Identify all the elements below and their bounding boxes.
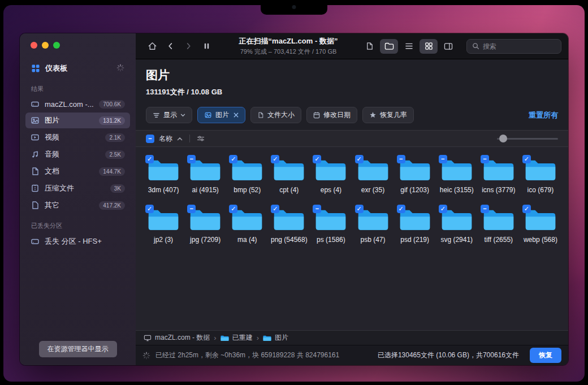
select-all-checkbox[interactable]: − xyxy=(146,135,154,143)
folder-item-png[interactable]: ✓ png (54568) xyxy=(268,207,310,244)
name-column-header[interactable]: 名称 xyxy=(159,134,172,144)
folder-checkbox[interactable]: ✓ xyxy=(271,155,279,163)
show-in-explorer-button[interactable]: 在资源管理器中显示 xyxy=(39,341,117,357)
folder-item-cpt[interactable]: ✓ cpt (4) xyxy=(268,157,310,194)
recovery-chance-filter-chip[interactable]: 恢复几率 xyxy=(362,107,414,123)
forward-button[interactable] xyxy=(181,38,196,54)
breadcrumb-item-pictures[interactable]: 图片 xyxy=(263,333,288,343)
folder-item-ai[interactable]: − ai (4915) xyxy=(184,157,226,194)
list-view-button[interactable] xyxy=(400,39,418,54)
breadcrumb: macZL.com - 数据 › 已重建 › 图片 xyxy=(136,330,568,345)
sidebar-item-archives[interactable]: 压缩文件 3K xyxy=(25,180,130,196)
folder-view-button[interactable] xyxy=(380,39,398,54)
display-notch xyxy=(261,0,327,15)
folder-item-eps[interactable]: ✓ eps (4) xyxy=(310,157,352,194)
sidebar-item-audio[interactable]: 音频 2.5K xyxy=(25,146,130,162)
folder-checkbox[interactable]: ✓ xyxy=(355,155,364,163)
slider-knob[interactable] xyxy=(499,135,507,142)
folder-checkbox[interactable]: − xyxy=(187,205,196,213)
folder-item-ps[interactable]: − ps (1586) xyxy=(310,207,352,244)
column-options-icon[interactable] xyxy=(197,135,205,142)
folder-item-jpg[interactable]: − jpg (7209) xyxy=(184,207,226,244)
folder-checkbox[interactable]: ✓ xyxy=(355,205,364,213)
folder-item-psd[interactable]: ✓ psd (219) xyxy=(394,207,436,244)
file-view-button[interactable] xyxy=(360,39,378,54)
folder-checkbox[interactable]: ✓ xyxy=(229,205,237,213)
type-filter-label: 图片 xyxy=(215,110,229,120)
pause-scan-button[interactable] xyxy=(200,38,214,54)
folder-item-icns[interactable]: − icns (3779) xyxy=(478,157,520,194)
page-header: 图片 131191文件 / 10.08 GB 显示 图片 xyxy=(136,59,568,130)
sidebar-item-other[interactable]: 其它 417.2K xyxy=(25,197,130,213)
folder-checkbox[interactable]: ✓ xyxy=(145,205,154,213)
sidebar-item-documents[interactable]: 文档 144.7K xyxy=(25,163,130,179)
folder-checkbox[interactable]: ✓ xyxy=(522,155,531,163)
folder-item-bmp[interactable]: ✓ bmp (52) xyxy=(226,157,268,194)
folder-checkbox[interactable]: − xyxy=(439,155,447,163)
size-filter-chip[interactable]: 文件大小 xyxy=(250,107,301,123)
column-view-button[interactable] xyxy=(439,39,457,54)
folder-item-gif[interactable]: − gif (1203) xyxy=(394,157,436,194)
reset-all-link[interactable]: 重置所有 xyxy=(529,110,558,120)
sidebar-item-pictures[interactable]: 图片 131.2K xyxy=(25,113,130,128)
folder-checkbox[interactable]: − xyxy=(481,205,489,213)
search-field[interactable] xyxy=(466,39,561,54)
folder-item-tiff[interactable]: − tiff (2655) xyxy=(478,207,520,244)
calendar-icon xyxy=(313,111,320,119)
search-input[interactable] xyxy=(483,42,556,50)
icon-size-slider[interactable] xyxy=(497,138,558,140)
breadcrumb-item-root[interactable]: macZL.com - 数据 xyxy=(144,333,210,343)
folder-checkbox[interactable]: ✓ xyxy=(439,205,447,213)
folder-checkbox[interactable]: − xyxy=(481,155,489,163)
sidebar-item-lost-partition[interactable]: 丢失 分区 - HFS+ xyxy=(25,233,130,249)
folder-checkbox[interactable]: ✓ xyxy=(397,205,405,213)
folder-label: ma (4) xyxy=(237,236,257,244)
folder-item-psb[interactable]: ✓ psb (47) xyxy=(352,207,394,244)
folder-checkbox[interactable]: ✓ xyxy=(522,205,531,213)
folder-checkbox[interactable]: ✓ xyxy=(313,155,321,163)
folder-item-svg[interactable]: ✓ svg (2941) xyxy=(436,207,478,244)
minimize-window-button[interactable] xyxy=(42,42,49,49)
zoom-window-button[interactable] xyxy=(53,42,60,49)
close-window-button[interactable] xyxy=(31,42,37,49)
folder-checkbox[interactable]: − xyxy=(397,155,405,163)
folder-item-heic[interactable]: − heic (3155) xyxy=(436,157,478,194)
home-button[interactable] xyxy=(145,38,159,54)
folder-item-3dm[interactable]: ✓ 3dm (407) xyxy=(142,157,184,194)
count-badge: 2.1K xyxy=(105,133,125,142)
folder-checkbox[interactable]: − xyxy=(313,205,321,213)
type-filter-chip-pictures[interactable]: 图片 xyxy=(197,107,245,123)
folder-item-exr[interactable]: ✓ exr (35) xyxy=(352,157,394,194)
sort-ascending-icon[interactable] xyxy=(177,137,183,141)
folder-checkbox[interactable]: ✓ xyxy=(271,205,279,213)
remove-filter-icon[interactable] xyxy=(234,113,239,118)
sidebar-item-videos[interactable]: 视频 2.1K xyxy=(25,129,130,145)
folder-checkbox[interactable]: − xyxy=(187,155,196,163)
breadcrumb-label: macZL.com - 数据 xyxy=(155,333,210,343)
dashboard-icon xyxy=(31,64,40,73)
selection-summary-text: 已选择130465文件 (10.06 GB)，共700616文件 xyxy=(378,351,519,360)
chevron-down-icon xyxy=(180,114,185,117)
sidebar-item-dashboard[interactable]: 仪表板 xyxy=(27,60,129,77)
sidebar-item-disk[interactable]: macZL.com -... 700.6K xyxy=(25,97,130,111)
folder-item-ico[interactable]: ✓ ico (679) xyxy=(520,157,561,194)
lost-partitions-section-label: 已丢失分区 xyxy=(31,222,124,230)
date-filter-chip[interactable]: 修改日期 xyxy=(306,107,357,123)
folder-item-jp2[interactable]: ✓ jp2 (3) xyxy=(142,207,184,244)
folder-label: ico (679) xyxy=(528,186,554,194)
folder-icon xyxy=(220,335,229,341)
folder-checkbox[interactable]: ✓ xyxy=(229,155,237,163)
display-filter-dropdown[interactable]: 显示 xyxy=(146,107,192,123)
folder-checkbox[interactable]: ✓ xyxy=(145,155,154,163)
recover-button[interactable]: 恢复 xyxy=(530,348,561,363)
window-controls xyxy=(20,33,136,49)
scan-progress-text: 已经过 2h25m，剩余 ~0h36m，块 659189228 共 824796… xyxy=(155,351,339,360)
folder-item-ma[interactable]: ✓ ma (4) xyxy=(226,207,268,244)
breadcrumb-item-rebuilt[interactable]: 已重建 xyxy=(220,333,253,343)
back-button[interactable] xyxy=(163,38,178,54)
date-filter-label: 修改日期 xyxy=(323,110,351,120)
grid-view-button[interactable] xyxy=(420,39,438,54)
sidebar-item-label: 图片 xyxy=(45,115,59,126)
folder-item-webp[interactable]: ✓ webp (568) xyxy=(520,207,561,244)
file-icon xyxy=(31,201,40,210)
